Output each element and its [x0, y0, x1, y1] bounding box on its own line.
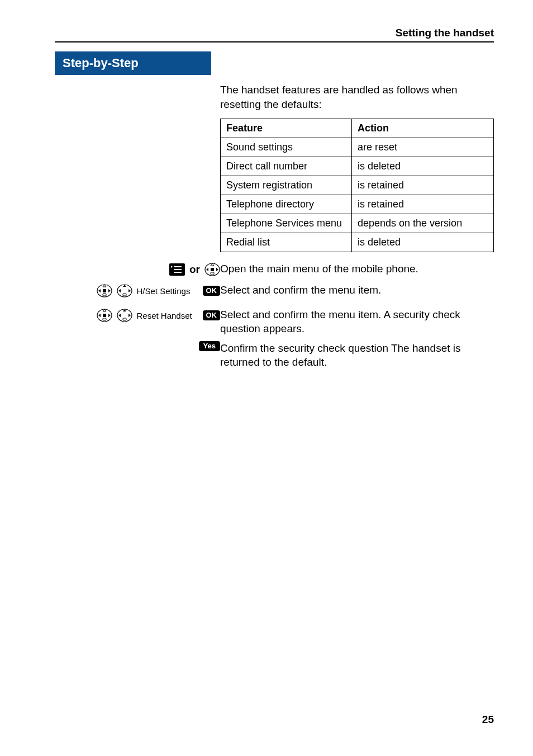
- step-desc: Open the main menu of the mobile phone.: [220, 262, 494, 276]
- step-desc: Confirm the security check question The …: [220, 341, 494, 370]
- svg-rect-16: [123, 294, 126, 296]
- svg-rect-11: [103, 289, 106, 292]
- table-header-row: Feature Action: [221, 119, 494, 138]
- table-row: Sound settings are reset: [221, 138, 494, 157]
- svg-marker-2: [206, 268, 208, 271]
- svg-rect-5: [211, 268, 214, 271]
- cell-feature: System registration: [221, 176, 352, 195]
- cell-feature: Direct call number: [221, 157, 352, 176]
- cell-feature: Telephone Services menu: [221, 214, 352, 233]
- th-action: Action: [352, 119, 494, 138]
- control-pad-up-icon: [117, 308, 132, 323]
- cell-action: is deleted: [352, 233, 494, 252]
- svg-rect-10: [103, 294, 106, 296]
- step-by-step-heading: Step-by-Step: [55, 51, 211, 75]
- page-number: 25: [482, 714, 494, 726]
- table-row: Telephone directory is retained: [221, 195, 494, 214]
- cell-action: is retained: [352, 176, 494, 195]
- svg-marker-25: [118, 314, 121, 317]
- step-row-confirm-yes: Yes Confirm the security check question …: [55, 341, 494, 370]
- svg-marker-14: [118, 289, 121, 292]
- ok-button: OK: [203, 310, 221, 320]
- control-pad-icon: [97, 308, 112, 323]
- cell-feature: Redial list: [221, 233, 352, 252]
- cell-action: is retained: [352, 195, 494, 214]
- step-row-open-menu: or Open the main menu of the mobile phon…: [55, 262, 494, 277]
- step-desc: Select and confirm the menu item.: [220, 283, 494, 297]
- header-rule: [55, 41, 494, 42]
- svg-marker-20: [108, 314, 111, 317]
- features-table: Feature Action Sound settings are reset …: [220, 119, 494, 252]
- table-row: Telephone Services menu depends on the v…: [221, 214, 494, 233]
- svg-marker-26: [129, 314, 131, 317]
- svg-marker-19: [98, 314, 101, 317]
- cell-feature: Telephone directory: [221, 195, 352, 214]
- svg-marker-9: [108, 289, 111, 292]
- menu-icon: [169, 263, 185, 276]
- table-row: Direct call number is deleted: [221, 157, 494, 176]
- svg-rect-22: [103, 314, 106, 317]
- or-label: or: [189, 263, 200, 276]
- cell-feature: Sound settings: [221, 138, 352, 157]
- svg-rect-27: [123, 318, 126, 320]
- svg-marker-8: [98, 289, 101, 292]
- control-pad-down-icon: [204, 262, 220, 277]
- step-row-hset-settings: H/Set Settings OK Select and confirm the…: [55, 283, 494, 299]
- th-feature: Feature: [221, 119, 352, 138]
- control-pad-up-icon: [117, 283, 132, 299]
- cell-action: depends on the version: [352, 214, 494, 233]
- svg-rect-4: [211, 272, 214, 275]
- yes-button: Yes: [199, 341, 220, 351]
- svg-marker-15: [129, 289, 131, 292]
- intro-text: The handset features are handled as foll…: [220, 83, 494, 111]
- svg-marker-3: [216, 268, 218, 271]
- menu-item-label: Reset Handset: [137, 311, 198, 320]
- cell-action: are reset: [352, 138, 494, 157]
- menu-item-label: H/Set Settings: [137, 286, 198, 296]
- section-header: Setting the handset: [396, 27, 494, 39]
- table-row: Redial list is deleted: [221, 233, 494, 252]
- table-row: System registration is retained: [221, 176, 494, 195]
- control-pad-icon: [97, 283, 112, 299]
- cell-action: is deleted: [352, 157, 494, 176]
- svg-rect-21: [103, 318, 106, 320]
- step-row-reset-handset: Reset Handset OK Select and confirm the …: [55, 308, 494, 336]
- step-desc: Select and confirm the menu item. A secu…: [220, 308, 494, 336]
- ok-button: OK: [203, 286, 221, 296]
